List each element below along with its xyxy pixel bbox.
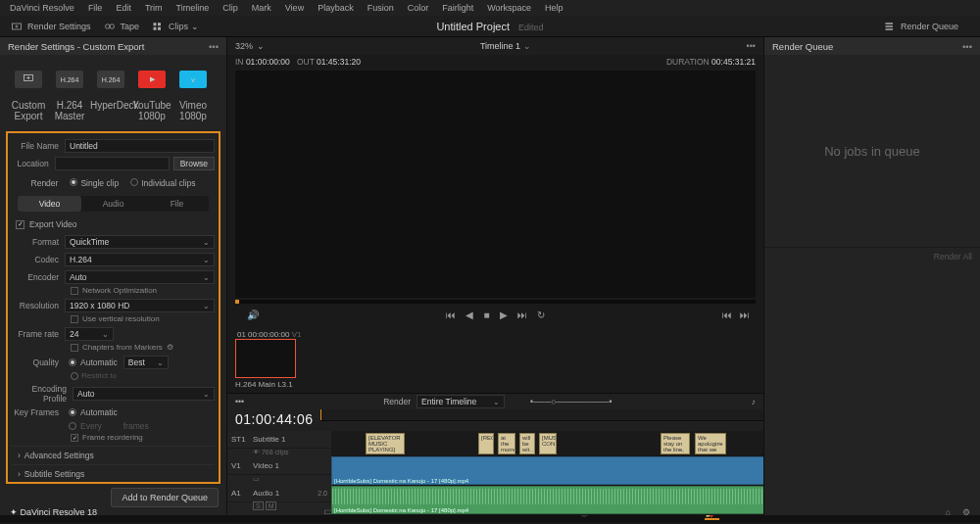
network-opt-check[interactable]: Network Optimization [12,286,215,295]
menu-file[interactable]: File [88,3,103,13]
vertical-res-check[interactable]: Use vertical resolution [12,314,215,323]
subtitle-settings-toggle[interactable]: Subtitle Settings [12,464,215,483]
menu-mark[interactable]: Mark [252,3,271,13]
preset-h264-master[interactable]: H.264 [49,63,90,96]
preset-youtube[interactable]: ▶ [131,63,172,96]
timeline-options-icon[interactable]: ••• [235,397,244,406]
menu-davinci[interactable]: DaVinci Resolve [10,3,74,13]
playhead-indicator[interactable] [320,409,321,420]
menu-workspace[interactable]: Workspace [487,3,531,13]
music-note-icon[interactable]: ♪ [752,397,756,406]
preset-vimeo[interactable]: v [172,63,214,96]
track-header-v1[interactable]: V1Video 1 [227,457,331,475]
subtitle-clip[interactable]: will be wit… [519,433,535,454]
menu-view[interactable]: View [285,3,304,13]
timeline-ruler[interactable] [320,409,763,421]
render-range-select[interactable]: Entire Timeline [416,395,505,408]
st1-id: ST1 [231,435,253,444]
tab-audio[interactable]: Audio [81,196,145,212]
track-header-st1[interactable]: ST1Subtitle 1 [227,431,331,449]
quality-auto-radio[interactable] [69,358,76,366]
resolution-select[interactable]: 1920 x 1080 HD [65,299,215,312]
subtitle-clip[interactable]: at the moment one… [498,433,515,454]
jump-start-icon[interactable]: ⏮ [446,310,456,320]
render-queue-header: Render Queue ••• [764,37,980,55]
enc-profile-select[interactable]: Auto [73,387,215,401]
render-individual-radio[interactable]: Individual clips [130,178,195,188]
menu-color[interactable]: Color [408,3,429,13]
codec-select[interactable]: H.264 [65,253,215,266]
loop-icon[interactable]: ↻ [537,310,545,320]
menu-bar: DaVinci Resolve File Edit Trim Timeline … [0,0,980,16]
tape-toggle[interactable]: Tape [103,20,140,33]
menu-fairlight[interactable]: Fairlight [442,3,473,13]
eye-icon[interactable]: 👁 [253,449,260,455]
panel-options-icon[interactable]: ••• [209,41,219,52]
subtitle-clip[interactable]: [ELEVATOR MUSIC PLAYING] [366,433,405,454]
step-back-icon[interactable]: ◀ [466,310,473,320]
render-queue-toggle[interactable]: Render Queue [883,20,958,33]
menu-help[interactable]: Help [545,3,564,13]
browse-button[interactable]: Browse [173,157,215,170]
zoom-dropdown[interactable]: 32%⌄ [235,41,265,51]
export-icon [10,20,24,33]
viewer-options-icon[interactable]: ••• [747,41,756,51]
chapters-check[interactable]: Chapters from Markers⚙ [12,343,215,352]
video-viewer[interactable] [235,71,756,298]
jump-end-icon[interactable]: ⏭ [517,310,527,320]
preset-hyperdeck-label: HyperDeck [90,100,131,111]
format-select[interactable]: QuickTime [65,235,215,249]
svg-rect-4 [158,23,161,25]
tab-file[interactable]: File [145,196,209,212]
preset-custom[interactable] [8,63,49,96]
mute-video-icon[interactable]: ▭ [253,475,260,482]
framerate-select[interactable]: 24 [65,327,114,341]
preset-hyperdeck[interactable]: H.264 [90,63,131,96]
render-settings-toggle[interactable]: Render Settings [10,20,91,33]
framerate-label: Frame rate [12,329,65,339]
render-all-button[interactable]: Render All [764,247,980,515]
keyframes-every-radio[interactable] [69,422,76,430]
keyframes-auto-radio[interactable] [69,408,76,416]
chapter-gear-icon[interactable]: ⚙ [167,343,173,352]
quality-label: Quality [12,357,65,367]
next-clip-icon[interactable]: ⏭ [740,310,750,320]
menu-timeline[interactable]: Timeline [176,3,210,13]
restrict-radio[interactable] [71,372,78,380]
clips-toggle[interactable]: Clips ⌄ [151,20,199,33]
track-content[interactable]: [ELEVATOR MUSIC PLAYING][RECC…at the mom… [331,431,763,515]
home-icon[interactable]: ⌂ [946,507,951,517]
h264-label2: H.264 [97,71,124,88]
settings-gear-icon[interactable]: ⚙ [962,507,970,517]
menu-clip[interactable]: Clip [222,3,238,13]
quality-select[interactable]: Best [123,356,169,369]
frame-reorder-check[interactable]: Frame reordering [12,433,215,442]
menu-playback[interactable]: Playback [318,3,354,13]
svg-rect-6 [158,26,161,29]
menu-fusion[interactable]: Fusion [368,3,394,13]
playhead-bar[interactable] [235,300,756,304]
encoder-select[interactable]: Auto [65,270,215,284]
clip-thumbnail[interactable] [235,339,296,378]
subtitle-clip[interactable]: Please stay on the line, we value… [661,433,690,454]
queue-options-icon[interactable]: ••• [962,41,972,52]
filename-input[interactable] [65,139,215,153]
volume-icon[interactable]: 🔊 [247,310,259,320]
timeline-area: ••• Render Entire Timeline •───○────────… [227,393,763,515]
stop-icon[interactable]: ■ [483,310,489,320]
prev-clip-icon[interactable]: ⏮ [722,310,732,320]
tab-video[interactable]: Video [18,196,81,212]
track-header-a1[interactable]: A1Audio 12.0 [227,485,331,502]
subtitle-clip[interactable]: [RECC… [478,433,494,454]
menu-edit[interactable]: Edit [116,3,131,13]
play-icon[interactable]: ▶ [500,310,508,320]
render-single-radio[interactable]: Single clip [70,178,119,188]
menu-trim[interactable]: Trim [145,3,163,13]
location-input[interactable] [55,157,170,170]
subtitle-clip[interactable]: [MUSI CON… [539,433,557,454]
format-label: Format [12,237,65,247]
subtitle-clip[interactable]: We apologize that we ar… [695,433,726,454]
queue-icon [883,20,897,33]
export-video-check[interactable]: Export Video [12,217,215,235]
advanced-settings-toggle[interactable]: Advanced Settings [12,446,215,464]
